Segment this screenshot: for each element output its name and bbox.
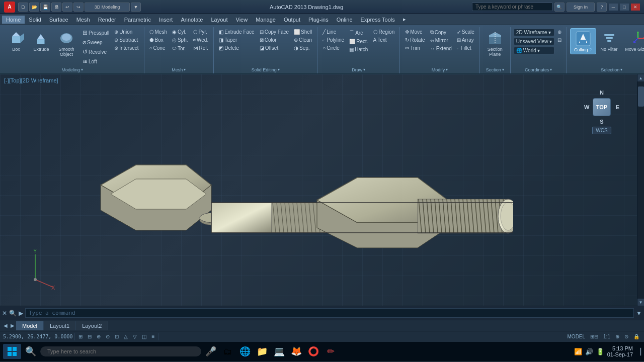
status-dyn[interactable]: ◫ [140, 334, 148, 339]
cmd-close[interactable]: ✕ [2, 310, 7, 317]
maximize-button[interactable]: □ [620, 4, 629, 11]
scroll-track[interactable] [637, 81, 645, 299]
start-button[interactable] [3, 344, 21, 359]
solid-e3[interactable]: ◩Delete [217, 44, 256, 52]
status-polar[interactable]: ⊙ [104, 334, 111, 339]
menu-plugins[interactable]: Plug-ins [304, 16, 333, 24]
culling-button[interactable]: Culling ? [570, 28, 596, 54]
tray-battery[interactable]: 🔋 [596, 348, 604, 355]
section-group-arrow[interactable]: ▾ [502, 67, 504, 72]
menu-surface[interactable]: Surface [45, 16, 72, 24]
no-filter-button[interactable]: No Filter [597, 28, 621, 53]
solid-e6[interactable]: ◪Offset [258, 44, 291, 52]
tab-layout2[interactable]: Layout2 [76, 321, 108, 330]
coord-btn2[interactable]: ⊟ [555, 36, 564, 44]
solid-e9[interactable]: ◑Sep. [292, 44, 314, 52]
taskbar-app-edge[interactable]: 🌐 [237, 344, 253, 359]
status-lock[interactable]: 🔒 [632, 334, 641, 339]
show-desktop[interactable]: ▕ [636, 348, 641, 355]
hatch-btn[interactable]: ▦Hatch [347, 46, 370, 53]
taskbar-app-store[interactable]: 💻 [272, 344, 287, 359]
close-button[interactable]: ✕ [631, 4, 640, 11]
taskbar-app-firefox[interactable]: 🦊 [289, 344, 304, 359]
keyword-search[interactable] [472, 3, 552, 11]
subtract-btn[interactable]: ⊖Subtract [112, 36, 140, 44]
solid-e1[interactable]: ◧Extrude Face [217, 28, 256, 36]
status-anno-scale[interactable]: 1:1 [602, 334, 612, 339]
viewport[interactable]: [-][Top][2D Wireframe] [0, 74, 637, 306]
menu-home[interactable]: Home [2, 16, 25, 24]
loft-btn[interactable]: ≋Loft [80, 57, 111, 66]
workspace-dropdown[interactable]: 3D Modeling [85, 3, 130, 12]
move-btn[interactable]: ✥Move [403, 28, 427, 36]
box-button[interactable]: Box [4, 28, 28, 53]
mesh-btn4[interactable]: ◉Cyl. [170, 28, 190, 36]
qat-redo[interactable]: ↪ [73, 3, 84, 12]
menu-parametric[interactable]: Parametric [120, 16, 155, 24]
taskbar-app-opera[interactable]: ⭕ [306, 344, 321, 359]
workspace-arrow[interactable]: ▼ [131, 3, 141, 12]
tab-model[interactable]: Model [16, 321, 44, 330]
mesh-btn3[interactable]: ○Cone [147, 44, 169, 52]
presspull-btn[interactable]: ⊞Presspull [80, 28, 111, 37]
compass-cube[interactable]: TOP [593, 98, 611, 116]
menu-manage[interactable]: Manage [252, 16, 280, 24]
taskbar-app-files[interactable]: 🗂 [220, 344, 235, 359]
draw-group-arrow[interactable]: ▾ [363, 67, 365, 72]
cmd-scroll-down[interactable]: ▼ [636, 310, 642, 317]
view-group-arrow[interactable]: ▾ [620, 67, 622, 72]
mesh-btn7[interactable]: ⬡Pyr. [191, 28, 211, 36]
rect-btn[interactable]: ⬜Rect. [347, 38, 370, 45]
mirror-btn[interactable]: ⇔Mirror [428, 37, 454, 44]
status-otrack[interactable]: △ [122, 334, 129, 339]
sign-in-btn[interactable]: Sign In [567, 3, 595, 12]
minimize-button[interactable]: ─ [609, 4, 618, 11]
mesh-group-arrow[interactable]: ▾ [184, 67, 186, 72]
circle-btn[interactable]: ○Circle [320, 44, 346, 52]
menu-insert[interactable]: Insert [155, 16, 177, 24]
cmd-search[interactable]: 🔍 [9, 310, 17, 317]
mesh-btn1[interactable]: ⬡Mesh [147, 28, 169, 36]
status-grid[interactable]: ⊟ [86, 334, 93, 339]
tray-network[interactable]: 📶 [574, 348, 582, 355]
mesh-btn6[interactable]: ⬭Tor. [170, 44, 190, 52]
status-layout-tools[interactable]: ⊞⊟ [589, 334, 600, 339]
rotate-btn[interactable]: ↻Rotate [403, 36, 427, 44]
fillet-btn[interactable]: ⌐Fillet [455, 44, 476, 52]
right-scrollbar[interactable]: ▲ ▼ [637, 74, 644, 306]
status-workspace[interactable]: ⊙ [623, 334, 630, 339]
menu-solid[interactable]: Solid [25, 16, 45, 24]
arc-btn[interactable]: ⌒Arc [347, 28, 370, 37]
taskbar-app-explorer[interactable]: 📁 [255, 344, 270, 359]
mesh-btn5[interactable]: ◎Sph. [170, 36, 190, 44]
menu-express[interactable]: Express Tools [357, 16, 399, 24]
sweep-btn[interactable]: ⌀Sweep [80, 38, 111, 47]
menu-output[interactable]: Output [280, 16, 304, 24]
revolve-btn[interactable]: ↺Revolve [80, 47, 111, 56]
tray-volume[interactable]: 🔊 [585, 348, 593, 355]
scale-btn[interactable]: ⤢Scale [455, 28, 476, 36]
menu-online[interactable]: Online [333, 16, 357, 24]
tab-layout1[interactable]: Layout1 [44, 321, 76, 330]
polyline-btn[interactable]: ⌐Polyline [320, 36, 346, 44]
visual-style-dropdown[interactable]: 2D Wireframe ▾ [514, 29, 554, 36]
mesh-btn8[interactable]: ≈Wed. [191, 36, 211, 44]
mesh-btn9[interactable]: ⋈Ref. [191, 44, 211, 52]
menu-layout[interactable]: Layout [207, 16, 231, 24]
status-anno-vis[interactable]: ⊕ [614, 334, 621, 339]
world-dropdown[interactable]: 🌐 World ▾ [514, 47, 554, 54]
solid-e4[interactable]: ⊟Copy Face [258, 28, 291, 36]
cmd-expand[interactable]: ▶ [19, 310, 23, 317]
search-btn[interactable]: 🔍 [554, 3, 565, 12]
intersect-btn[interactable]: ⊗Intersect [112, 44, 140, 52]
viewport-label[interactable]: [-][Top][2D Wireframe] [4, 77, 58, 83]
solid-e8[interactable]: ⊕Clean [292, 36, 314, 44]
coord-group-arrow[interactable]: ▾ [550, 67, 552, 72]
extend-btn[interactable]: ↔Extend [428, 45, 454, 52]
menu-mesh[interactable]: Mesh [72, 16, 94, 24]
menu-expand[interactable]: ▸ [399, 15, 410, 24]
status-ortho[interactable]: ⊕ [95, 334, 102, 339]
array-btn[interactable]: ⊞Array [455, 36, 476, 44]
menu-view[interactable]: View [232, 16, 252, 24]
solid-e7[interactable]: ⬜Shell [292, 28, 314, 36]
